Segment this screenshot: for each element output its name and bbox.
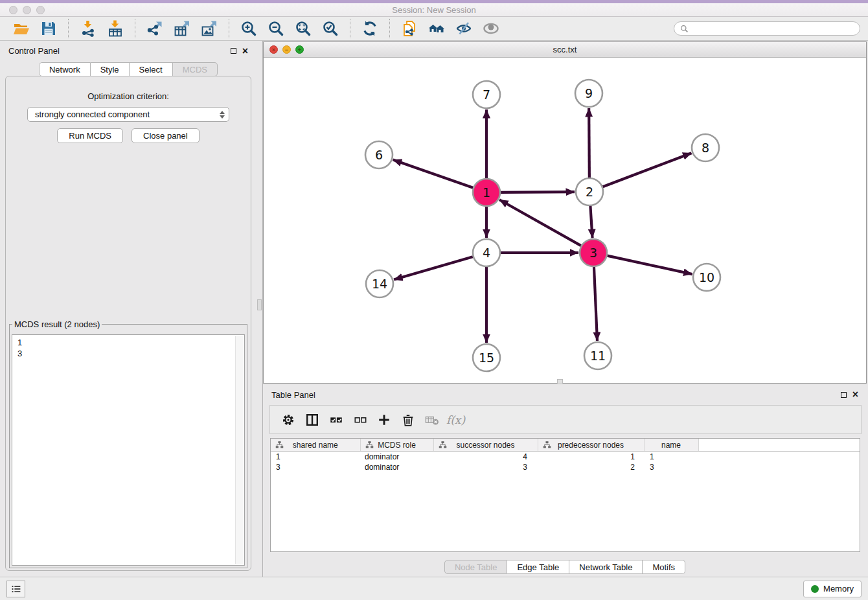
table-cell[interactable]: 2: [538, 462, 644, 472]
graph-node-10[interactable]: 10: [693, 264, 720, 291]
criterion-value: strongly connected component: [35, 110, 150, 119]
network-graph[interactable]: 1234678910111415: [264, 57, 866, 383]
split-divider-vertical[interactable]: [257, 41, 263, 577]
svg-text:11: 11: [590, 349, 606, 363]
graph-node-14[interactable]: 14: [366, 270, 393, 297]
graph-edge-1-2[interactable]: [501, 192, 575, 192]
tab-motifs[interactable]: Motifs: [643, 560, 685, 574]
tab-select[interactable]: Select: [130, 62, 173, 76]
hide-graphics-icon[interactable]: [453, 19, 475, 38]
graph-node-1[interactable]: 1: [473, 179, 500, 206]
network-window-titlebar[interactable]: scc.txt × − +: [264, 42, 866, 58]
zoom-fit-icon[interactable]: [292, 19, 314, 38]
table-cell[interactable]: 1: [644, 452, 698, 463]
run-mcds-button[interactable]: Run MCDS: [57, 128, 123, 143]
tab-network[interactable]: Network: [39, 62, 91, 76]
maximize-view-icon[interactable]: +: [295, 45, 304, 54]
table-row[interactable]: 1dominator411: [271, 452, 860, 463]
graph-node-6[interactable]: 6: [365, 141, 393, 168]
tab-edge-table[interactable]: Edge Table: [507, 560, 569, 574]
column-header-predecessor-nodes[interactable]: predecessor nodes: [538, 439, 644, 452]
float-table-panel-icon[interactable]: [841, 392, 847, 398]
delete-table-icon[interactable]: [420, 408, 444, 432]
refresh-icon[interactable]: [359, 19, 381, 38]
open-file-icon[interactable]: [10, 19, 32, 38]
graph-node-11[interactable]: 11: [584, 342, 611, 369]
table-cell[interactable]: 3: [271, 462, 360, 472]
table-cell[interactable]: 4: [433, 452, 538, 463]
graph-node-9[interactable]: 9: [575, 80, 602, 107]
search-input[interactable]: [692, 23, 854, 34]
save-icon[interactable]: [38, 19, 60, 38]
float-panel-icon[interactable]: [231, 48, 236, 54]
minimize-view-icon[interactable]: −: [282, 45, 291, 54]
column-header-mcds-role[interactable]: MCDS role: [360, 439, 433, 452]
close-view-icon[interactable]: ×: [269, 45, 278, 54]
table-row[interactable]: 3dominator323: [271, 462, 860, 472]
split-grip-icon[interactable]: [257, 299, 262, 310]
zoom-selected-icon[interactable]: [319, 19, 341, 38]
select-all-icon[interactable]: [324, 408, 348, 432]
show-graphics-icon[interactable]: [480, 19, 502, 38]
deselect-all-icon[interactable]: [348, 408, 372, 432]
graph-node-2[interactable]: 2: [576, 178, 603, 205]
tab-network-table[interactable]: Network Table: [569, 560, 643, 574]
export-table-icon[interactable]: [171, 19, 193, 38]
control-panel-title: Control Panel: [8, 46, 60, 56]
memory-button[interactable]: Memory: [803, 581, 862, 597]
graph-node-7[interactable]: 7: [473, 81, 500, 108]
graph-edge-3-1[interactable]: [499, 200, 581, 246]
zoom-in-icon[interactable]: [238, 19, 260, 38]
task-history-button[interactable]: [6, 581, 25, 597]
export-network-icon[interactable]: [144, 19, 166, 38]
column-header-filler: [698, 439, 860, 452]
column-header-successor-nodes[interactable]: successor nodes: [433, 439, 538, 452]
column-header-name[interactable]: name: [644, 439, 698, 452]
svg-text:10: 10: [699, 270, 714, 284]
svg-text:3: 3: [589, 246, 597, 260]
toolbar-separator: [389, 19, 390, 38]
graph-edge-2-3[interactable]: [590, 206, 592, 238]
gear-icon[interactable]: [276, 408, 300, 432]
graph-edge-3-11[interactable]: [594, 267, 597, 341]
optimization-label: Optimization criterion:: [6, 91, 251, 101]
graph-edge-2-9[interactable]: [589, 108, 589, 178]
tab-style[interactable]: Style: [91, 62, 130, 76]
mcds-result-list[interactable]: 13: [12, 334, 245, 566]
tab-node-table[interactable]: Node Table: [444, 560, 508, 574]
graph-edge-2-8[interactable]: [603, 153, 692, 187]
table-cell[interactable]: dominator: [360, 452, 433, 463]
close-table-panel-icon[interactable]: ×: [852, 391, 858, 398]
column-header-shared-name[interactable]: shared name: [271, 439, 360, 452]
graph-node-3[interactable]: 3: [580, 239, 607, 266]
table-cell[interactable]: dominator: [360, 462, 433, 472]
function-builder-icon[interactable]: f(x): [444, 408, 468, 432]
split-grip-horizontal[interactable]: [557, 379, 563, 384]
criterion-select[interactable]: strongly connected component: [27, 107, 229, 122]
graph-node-4[interactable]: 4: [473, 239, 500, 266]
table-cell[interactable]: 1: [538, 452, 644, 463]
home-network-icon[interactable]: [426, 19, 448, 38]
import-table-icon[interactable]: [104, 19, 126, 38]
close-panel-button[interactable]: Close panel: [131, 128, 200, 143]
close-panel-icon[interactable]: ×: [242, 47, 248, 55]
table-cell[interactable]: 1: [271, 452, 360, 463]
graph-node-15[interactable]: 15: [473, 344, 500, 371]
graph-edge-3-10[interactable]: [607, 256, 692, 274]
graph-node-8[interactable]: 8: [692, 134, 719, 161]
columns-icon[interactable]: [300, 408, 324, 432]
add-column-icon[interactable]: [372, 408, 396, 432]
delete-column-icon[interactable]: [396, 408, 420, 432]
graph-edge-1-6[interactable]: [393, 160, 474, 188]
tab-mcds[interactable]: MCDS: [173, 62, 218, 76]
graph-edge-4-14[interactable]: [394, 257, 473, 279]
copy-network-icon[interactable]: [398, 19, 420, 38]
zoom-out-icon[interactable]: [265, 19, 287, 38]
table-cell[interactable]: 3: [433, 462, 538, 472]
export-image-icon[interactable]: [198, 19, 220, 38]
table-cell[interactable]: 3: [644, 462, 698, 472]
import-network-icon[interactable]: [77, 19, 99, 38]
network-view-window: scc.txt × − + 1234678910111415: [263, 41, 867, 384]
search-box[interactable]: [674, 21, 860, 36]
svg-text:15: 15: [479, 351, 494, 365]
